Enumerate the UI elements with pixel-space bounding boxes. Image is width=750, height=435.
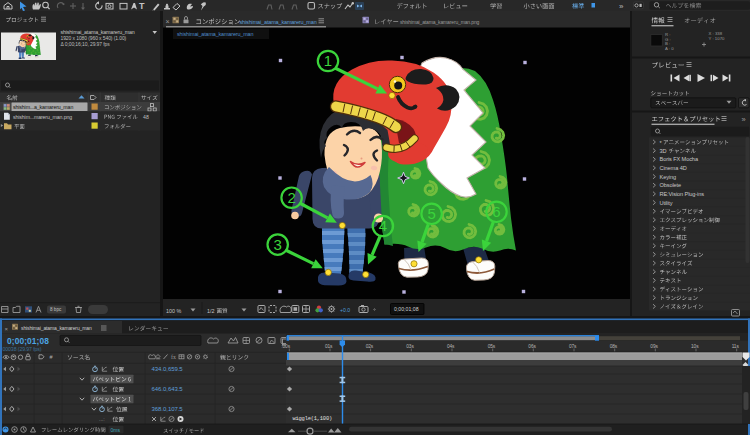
svg-text:08s: 08s bbox=[610, 344, 618, 349]
svg-text:5: 5 bbox=[427, 205, 435, 222]
svg-text:434.0,659.5: 434.0,659.5 bbox=[152, 366, 184, 372]
svg-text:shishimai_atama_kamareru_man: shishimai_atama_kamareru_man bbox=[61, 29, 135, 35]
svg-text:Obsolete: Obsolete bbox=[660, 182, 682, 188]
svg-text:×: × bbox=[166, 18, 170, 25]
svg-text:×: × bbox=[5, 326, 9, 332]
svg-text:shishimai_atama_kamareru_man.p: shishimai_atama_kamareru_man.png bbox=[400, 19, 480, 25]
svg-text:»: » bbox=[742, 115, 746, 124]
svg-text:11s: 11s bbox=[732, 344, 740, 349]
svg-text:shishim...a_kamareru_man: shishim...a_kamareru_man bbox=[13, 104, 73, 110]
svg-text:1: 1 bbox=[324, 52, 332, 69]
svg-text:...:: ...: bbox=[99, 416, 105, 422]
svg-text::00s: :00s bbox=[281, 344, 290, 349]
svg-text:6: 6 bbox=[492, 203, 500, 220]
svg-text:09s: 09s bbox=[650, 344, 658, 349]
svg-text:3D: 3D bbox=[660, 148, 667, 154]
svg-text:00038 (29.97 fps): 00038 (29.97 fps) bbox=[3, 346, 42, 352]
svg-text:shishim...mareru_man.png: shishim...mareru_man.png bbox=[13, 114, 72, 120]
svg-text:0;00;01;08: 0;00;01;08 bbox=[7, 336, 49, 346]
svg-text:T: T bbox=[139, 1, 145, 11]
svg-text:3: 3 bbox=[274, 236, 282, 253]
svg-text:Δ 0;00;16;10, 29.97 fps: Δ 0;00;16;10, 29.97 fps bbox=[61, 41, 111, 47]
svg-text:Cinema 4D: Cinema 4D bbox=[660, 165, 687, 171]
svg-text:1920 x 1080 (960 x 540) (1.00: 1920 x 1080 (960 x 540) (1.00) bbox=[61, 35, 127, 41]
svg-text:48: 48 bbox=[143, 114, 149, 120]
svg-text:fx: fx bbox=[171, 354, 176, 360]
svg-text:0ms: 0ms bbox=[111, 427, 121, 433]
svg-text:A : 0: A : 0 bbox=[665, 46, 674, 51]
svg-text:01s: 01s bbox=[325, 344, 333, 349]
svg-text:646.0,643.5: 646.0,643.5 bbox=[152, 386, 184, 392]
svg-text:03s: 03s bbox=[406, 344, 414, 349]
svg-text:04s: 04s bbox=[447, 344, 455, 349]
svg-text:shishimai_atama_kamareru_man: shishimai_atama_kamareru_man bbox=[240, 19, 317, 25]
svg-text:2: 2 bbox=[287, 189, 295, 206]
svg-text:»: » bbox=[619, 2, 624, 11]
svg-text:1/2: 1/2 bbox=[207, 308, 215, 314]
svg-text:05s: 05s bbox=[488, 344, 496, 349]
svg-text:4: 4 bbox=[379, 217, 387, 234]
svg-text:0;00;01;08: 0;00;01;08 bbox=[394, 306, 419, 312]
svg-text:wiggle(1,100): wiggle(1,100) bbox=[293, 416, 332, 422]
svg-text:10s: 10s bbox=[691, 344, 699, 349]
svg-text:+0.0: +0.0 bbox=[340, 307, 350, 313]
svg-text:Boris FX Mocha: Boris FX Mocha bbox=[660, 156, 699, 162]
svg-text:02s: 02s bbox=[366, 344, 374, 349]
svg-text:Keying: Keying bbox=[660, 174, 677, 180]
svg-text:RE:Vision Plug-ins: RE:Vision Plug-ins bbox=[660, 191, 705, 197]
svg-text:07s: 07s bbox=[569, 344, 577, 349]
svg-text:shishimai_atama_kamareru_man: shishimai_atama_kamareru_man bbox=[21, 325, 92, 331]
svg-text:8 bpc: 8 bpc bbox=[50, 307, 62, 312]
svg-text:Utility: Utility bbox=[660, 200, 673, 206]
svg-text:06s: 06s bbox=[528, 344, 536, 349]
svg-text:100 %: 100 % bbox=[166, 308, 181, 314]
svg-text:368.0,107.5: 368.0,107.5 bbox=[152, 406, 184, 412]
svg-text:shishimai_atama_kamareru_man: shishimai_atama_kamareru_man bbox=[177, 31, 253, 37]
svg-text:Y : 1070: Y : 1070 bbox=[709, 36, 726, 41]
